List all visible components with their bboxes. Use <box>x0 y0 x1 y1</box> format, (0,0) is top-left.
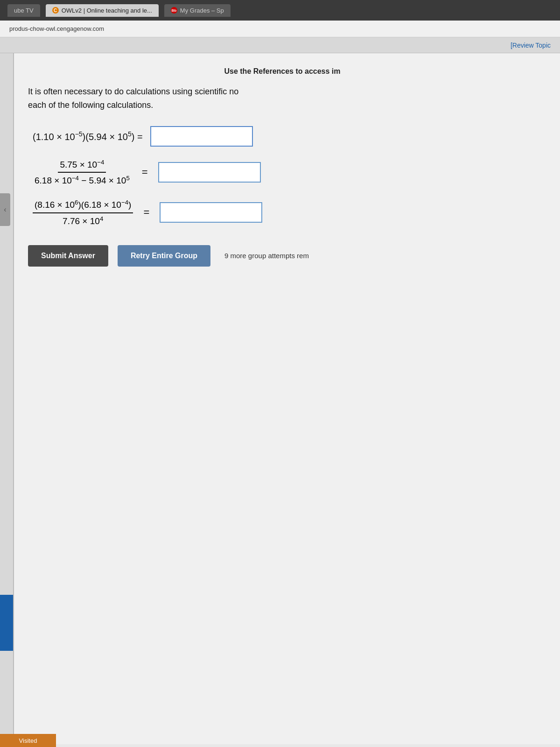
equation-3-equals: = <box>143 206 149 218</box>
side-collapse-tab[interactable]: ‹ <box>0 193 10 226</box>
equation-2-numerator: 5.75 × 10−4 <box>58 159 106 173</box>
browser-bar: ube TV C OWLv2 | Online teaching and le.… <box>0 0 560 21</box>
left-sidebar <box>0 53 14 744</box>
tab-my-grades-label: My Grades – Sp <box>180 7 224 14</box>
url-text: produs-chow-owl.cengagenow.com <box>9 25 104 32</box>
attempts-remaining-text: 9 more group attempts rem <box>224 252 309 260</box>
main-content: ‹ Use the References to access im It is … <box>0 53 560 744</box>
visited-label: Visited <box>19 737 37 744</box>
tab-my-grades[interactable]: Bb My Grades – Sp <box>164 4 231 17</box>
tab-owlv2[interactable]: C OWLv2 | Online teaching and le... <box>46 4 159 17</box>
visited-bar: Visited <box>0 734 56 747</box>
equation-2-equals: = <box>142 166 148 178</box>
references-heading: Use the References to access im <box>28 67 537 76</box>
equation-1-row: (1.10 × 10−5)(5.94 × 105) = <box>33 126 537 147</box>
equation-2-fraction: 5.75 × 10−4 6.18 × 10−4 − 5.94 × 105 <box>33 159 132 186</box>
equation-1-input[interactable] <box>150 126 253 147</box>
bb-icon: Bb <box>171 7 177 14</box>
intro-paragraph: It is often necessary to do calculations… <box>28 85 537 112</box>
equation-1-expression: (1.10 × 10−5)(5.94 × 105) = <box>33 130 143 142</box>
equation-2-input[interactable] <box>158 162 261 183</box>
address-bar: produs-chow-owl.cengagenow.com <box>0 21 560 37</box>
equation-3-numerator: (8.16 × 106)(6.18 × 10−4) <box>33 198 133 213</box>
sidebar-blue-accent <box>0 595 13 651</box>
equation-3-fraction: (8.16 × 106)(6.18 × 10−4) 7.76 × 104 <box>33 198 133 226</box>
equation-2-denominator: 6.18 × 10−4 − 5.94 × 105 <box>33 173 132 186</box>
review-topic-button[interactable]: [Review Topic <box>511 42 551 49</box>
button-row: Submit Answer Retry Entire Group 9 more … <box>28 245 537 267</box>
submit-answer-button[interactable]: Submit Answer <box>28 245 108 267</box>
chevron-left-icon: ‹ <box>4 205 6 214</box>
tab-owlv2-label: OWLv2 | Online teaching and le... <box>62 7 152 14</box>
tab-tube-tv[interactable]: ube TV <box>7 4 40 17</box>
tab-tube-tv-label: ube TV <box>14 7 34 14</box>
top-toolbar: [Review Topic <box>0 37 560 53</box>
owlv2-icon: C <box>52 7 59 14</box>
equation-3-input[interactable] <box>160 202 262 223</box>
equation-2-row: 5.75 × 10−4 6.18 × 10−4 − 5.94 × 105 = <box>33 159 537 186</box>
equation-3-row: (8.16 × 106)(6.18 × 10−4) 7.76 × 104 = <box>33 198 537 226</box>
equation-3-denominator: 7.76 × 104 <box>61 213 105 226</box>
equations-container: (1.10 × 10−5)(5.94 × 105) = 5.75 × 10−4 … <box>33 126 537 226</box>
retry-entire-group-button[interactable]: Retry Entire Group <box>118 245 210 267</box>
